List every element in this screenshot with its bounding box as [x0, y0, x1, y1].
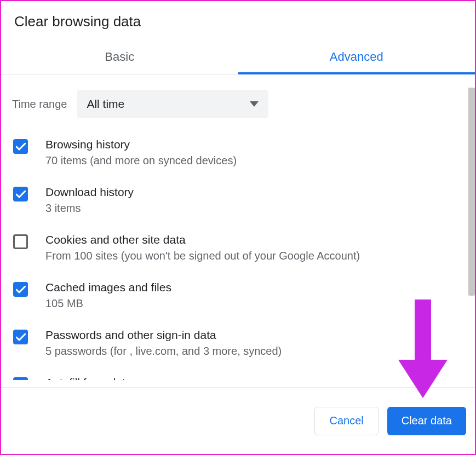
checkmark-icon	[16, 191, 26, 198]
checkbox-passwords[interactable]	[13, 330, 28, 344]
option-passwords: Passwords and other sign-in data 5 passw…	[13, 329, 464, 358]
clear-data-button[interactable]: Clear data	[387, 407, 466, 435]
option-download-history: Download history 3 items	[13, 186, 464, 215]
checkbox-cookies[interactable]	[13, 234, 28, 249]
option-title: Browsing history	[45, 138, 237, 151]
option-subtitle: 105 MB	[45, 297, 171, 310]
option-title: Autofill form data	[45, 376, 132, 380]
option-text: Cookies and other site data From 100 sit…	[45, 233, 360, 262]
checkmark-icon	[16, 333, 26, 341]
option-title: Passwords and other sign-in data	[45, 329, 282, 342]
checkbox-browsing-history[interactable]	[13, 139, 28, 154]
option-autofill: Autofill form data	[13, 376, 464, 380]
option-text: Autofill form data	[45, 376, 132, 380]
chevron-down-icon	[250, 101, 259, 107]
option-title: Cached images and files	[45, 281, 171, 294]
tab-advanced[interactable]: Advanced	[238, 42, 475, 74]
time-range-select[interactable]: All time	[77, 90, 268, 118]
checkmark-icon	[16, 286, 26, 293]
tab-bar: Basic Advanced	[1, 42, 475, 74]
dialog-content: Time range All time Browsing history 70 …	[1, 74, 475, 380]
option-text: Passwords and other sign-in data 5 passw…	[45, 329, 282, 358]
option-title: Cookies and other site data	[45, 233, 360, 246]
checkbox-download-history[interactable]	[13, 187, 28, 201]
option-cached: Cached images and files 105 MB	[13, 281, 464, 310]
clear-browsing-data-dialog: Clear browsing data Basic Advanced Time …	[0, 0, 476, 455]
cancel-button[interactable]: Cancel	[314, 407, 378, 435]
option-text: Browsing history 70 items (and more on s…	[45, 138, 237, 167]
option-cookies: Cookies and other site data From 100 sit…	[13, 233, 464, 262]
checkbox-autofill[interactable]	[13, 377, 28, 380]
option-subtitle: 3 items	[45, 202, 134, 215]
option-title: Download history	[45, 186, 134, 199]
options-list: Browsing history 70 items (and more on s…	[1, 118, 475, 380]
option-browsing-history: Browsing history 70 items (and more on s…	[13, 138, 464, 167]
button-bar: Cancel Clear data	[1, 387, 475, 454]
time-range-label: Time range	[12, 98, 67, 111]
time-range-row: Time range All time	[1, 74, 475, 118]
option-text: Download history 3 items	[45, 186, 134, 215]
time-range-value: All time	[87, 97, 124, 111]
checkmark-icon	[16, 143, 26, 151]
scrollbar-thumb[interactable]	[468, 88, 475, 296]
checkbox-cached[interactable]	[13, 282, 28, 297]
option-text: Cached images and files 105 MB	[45, 281, 171, 310]
option-subtitle: From 100 sites (you won't be signed out …	[45, 250, 360, 262]
option-subtitle: 70 items (and more on synced devices)	[45, 154, 237, 167]
tab-basic[interactable]: Basic	[1, 42, 238, 74]
option-subtitle: 5 passwords (for , live.com, and 3 more,…	[45, 345, 282, 358]
dialog-title: Clear browsing data	[1, 1, 475, 30]
